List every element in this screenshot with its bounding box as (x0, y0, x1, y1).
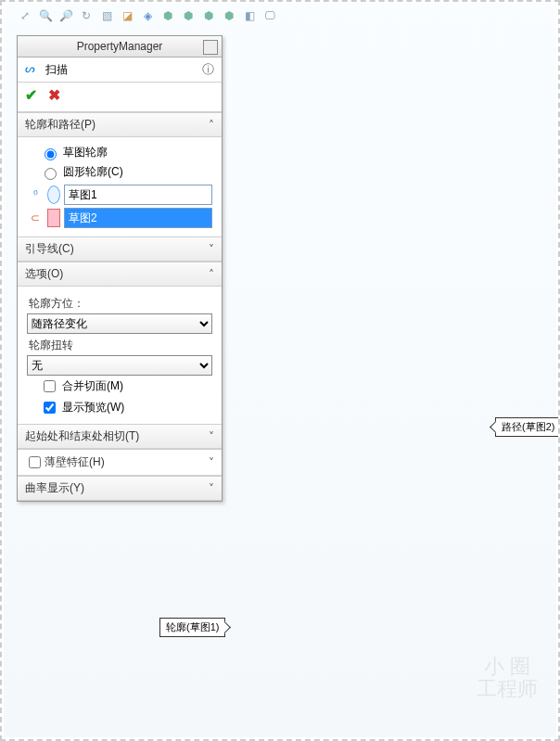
section-guides[interactable]: 引导线(C) ˅ (18, 236, 222, 262)
chevron-down-icon: ˅ (209, 243, 214, 256)
section-options[interactable]: 选项(O) ˄ (18, 262, 222, 287)
zoom-fit-icon[interactable]: ⤢ (17, 7, 33, 24)
radio-circle-profile[interactable] (45, 168, 57, 180)
section-icon[interactable]: ▧ (98, 7, 115, 24)
property-manager-panel: PropertyManager ᔕ 扫描 ⓘ ✔ ✖ 轮廓和路径(P) ˄ 草图… (17, 35, 223, 502)
chevron-up-icon: ˄ (209, 268, 214, 281)
section-curvature[interactable]: 曲率显示(Y) ˅ (18, 476, 222, 501)
ok-button[interactable]: ✔ (25, 86, 37, 104)
path-chip[interactable] (47, 209, 60, 227)
profile-chip[interactable] (47, 185, 60, 204)
scene-icon[interactable]: ◧ (241, 7, 258, 24)
pin-icon[interactable] (203, 40, 218, 55)
chevron-down-icon: ˅ (209, 430, 214, 443)
cube1-icon[interactable]: ⬢ (159, 7, 176, 24)
svg-point-1 (317, 166, 470, 297)
panel-title-text: PropertyManager (77, 40, 163, 53)
chevron-down-icon: ˅ (209, 482, 214, 495)
orientation-select[interactable]: 随路径变化 (27, 313, 212, 334)
feature-name: 扫描 (45, 62, 68, 78)
panel-title: PropertyManager (18, 36, 222, 57)
profile-field[interactable]: 草图1 (64, 185, 212, 205)
sweep-icon: ᔕ (25, 62, 40, 77)
cube4-icon[interactable]: ⬢ (221, 7, 237, 24)
zoom-icon[interactable]: 🔍 (37, 7, 54, 24)
callout-profile[interactable]: 轮廓(草图1) (159, 618, 225, 637)
callout-path[interactable]: 路径(草图2) (495, 417, 560, 437)
cancel-button[interactable]: ✖ (48, 86, 60, 104)
radio-sketch-profile[interactable] (45, 148, 57, 160)
hide-show-icon[interactable]: ◈ (139, 7, 156, 24)
show-preview-checkbox[interactable] (44, 402, 56, 414)
profile-icon: ⁰ (27, 188, 44, 201)
chevron-down-icon: ˅ (209, 456, 214, 469)
screen-icon[interactable]: 🖵 (261, 7, 278, 24)
thin-feature-checkbox[interactable] (29, 456, 41, 468)
section-profile-path[interactable]: 轮廓和路径(P) ˄ (18, 112, 222, 137)
svg-line-5 (391, 426, 495, 444)
svg-marker-4 (376, 549, 382, 555)
twist-select[interactable]: 无 (27, 355, 212, 376)
view-toolbar: ⤢ 🔍 🔎 ↻ ▧ ◪ ◈ ⬢ ⬢ ⬢ ⬢ ◧ 🖵 (17, 7, 278, 24)
svg-point-0 (277, 560, 453, 616)
path-field[interactable]: 草图2 (64, 208, 212, 228)
merge-tangent-checkbox[interactable] (44, 380, 56, 392)
path-icon: ⊂ (27, 211, 44, 224)
chevron-up-icon: ˄ (209, 119, 214, 132)
rotate-icon[interactable]: ↻ (78, 7, 95, 24)
watermark: 小 圈工程师 (477, 656, 538, 700)
zoom-window-icon[interactable]: 🔎 (57, 7, 74, 24)
svg-line-2 (379, 562, 396, 569)
cube3-icon[interactable]: ⬢ (200, 7, 217, 24)
help-icon[interactable]: ⓘ (202, 61, 214, 78)
cube2-icon[interactable]: ⬢ (180, 7, 197, 24)
section-thin-feature[interactable]: 薄壁特征(H) ˅ (18, 449, 222, 476)
svg-line-6 (231, 583, 328, 625)
section-start-end-tangent[interactable]: 起始处和结束处相切(T) ˅ (18, 424, 222, 449)
display-style-icon[interactable]: ◪ (119, 7, 135, 24)
